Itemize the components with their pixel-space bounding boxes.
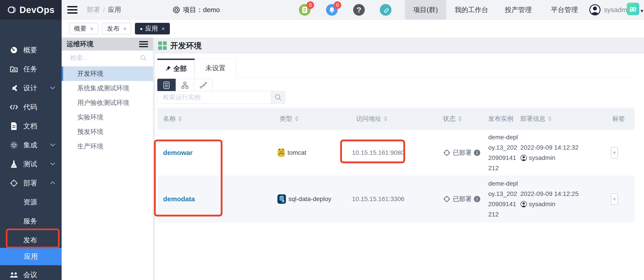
sidebar-item-test[interactable]: 测试 xyxy=(0,158,62,170)
sidebar-item-release[interactable]: 发布 xyxy=(0,234,62,246)
panel-collapse-icon[interactable] xyxy=(139,40,148,48)
sidebar-item-services[interactable]: 服务 xyxy=(0,215,62,227)
design-icon xyxy=(10,84,18,93)
graph-view-button[interactable] xyxy=(194,79,212,92)
sidebar-item-application[interactable]: 应用 xyxy=(0,248,62,265)
breadcrumb-current[interactable]: 应用 xyxy=(108,5,121,14)
chevron-down-icon xyxy=(50,86,56,90)
topnav-workbench[interactable]: 我的工作台 xyxy=(453,0,490,20)
sidebar-item-overview[interactable]: 概要 xyxy=(0,44,62,56)
env-item-lab[interactable]: 实验环境 xyxy=(62,110,153,125)
info-icon[interactable]: i xyxy=(474,150,480,156)
app-logo[interactable]: DevOps xyxy=(0,0,62,20)
graph-view-icon xyxy=(200,82,207,89)
tab-overview[interactable]: 概要 × xyxy=(69,23,98,34)
environment-search-input[interactable] xyxy=(62,51,153,65)
close-icon[interactable]: × xyxy=(123,25,126,32)
topnav-production[interactable]: 投产管理 xyxy=(503,0,533,20)
tab-unset[interactable]: 未设置 xyxy=(195,59,236,77)
sort-icon[interactable] xyxy=(178,116,182,122)
user-menu[interactable]: sysadmin æ ▼ xyxy=(589,0,632,20)
col-deploy-info[interactable]: 部署信息 xyxy=(520,115,596,123)
list-view-button[interactable] xyxy=(157,79,176,92)
col-label: 访问地址 xyxy=(356,115,381,123)
flask-icon xyxy=(10,160,18,169)
menu-toggle-icon[interactable] xyxy=(67,4,78,15)
tree-view-icon xyxy=(181,82,189,89)
sort-icon[interactable] xyxy=(384,116,388,122)
sidebar-item-design[interactable]: 设计 xyxy=(0,82,62,94)
release-instance[interactable]: deme-depl oy.13_202 20909141 212 xyxy=(488,178,520,220)
info-icon[interactable]: i xyxy=(474,196,480,202)
env-item-uat[interactable]: 用户验收测试环境 xyxy=(62,96,153,110)
help-button[interactable]: ? xyxy=(353,4,365,16)
topnav-projects[interactable]: 项目(群) xyxy=(405,0,446,20)
project-eye-icon xyxy=(172,6,180,14)
env-item-label: 系统集成测试环境 xyxy=(77,84,129,93)
release-instance[interactable]: deme-depl oy.13_202 20909141 212 xyxy=(488,132,520,173)
sidebar-item-label: 资源 xyxy=(23,197,37,207)
tab-all[interactable]: 全部 xyxy=(157,59,195,77)
notifications-button[interactable]: 0 xyxy=(326,4,338,16)
col-status[interactable]: 状态 xyxy=(443,115,488,123)
logo-text: DevOps xyxy=(20,5,55,15)
close-icon[interactable]: × xyxy=(161,25,165,32)
sidebar-item-resources[interactable]: 资源 xyxy=(0,196,62,208)
sidebar-item-label: 应用 xyxy=(24,252,38,261)
col-type[interactable]: 类型 xyxy=(277,115,349,123)
document-icon xyxy=(302,6,308,13)
sidebar-item-code[interactable]: 代码 xyxy=(0,101,62,113)
col-address[interactable]: 访问地址 xyxy=(349,115,443,123)
environment-search xyxy=(62,51,153,66)
avatar xyxy=(589,4,601,16)
topnav-platform[interactable]: 平台管理 xyxy=(550,0,580,20)
chevron-down-icon xyxy=(50,162,56,166)
table-row: demowar tomcat 10.15.15.161:9080 已部署 i d… xyxy=(157,130,634,176)
sidebar-item-label: 服务 xyxy=(23,216,37,226)
topbar: DevOps 部署 / 应用 项目：demo 0 0 ? 项目(群) 我的工作台… xyxy=(0,0,644,20)
sidebar-item-label: 代码 xyxy=(23,102,37,112)
breadcrumb-section[interactable]: 部署 xyxy=(87,5,100,14)
sidebar-item-label: 任务 xyxy=(23,64,37,74)
sidebar-item-integration[interactable]: 集成 xyxy=(0,139,62,151)
project-selector[interactable]: 项目：demo xyxy=(172,0,220,20)
tab-application[interactable]: ● 应用 × xyxy=(135,23,170,34)
extension-badge[interactable]: æ xyxy=(627,3,639,15)
env-item-sit[interactable]: 系统集成测试环境 xyxy=(62,81,153,96)
tasks-folder-icon xyxy=(10,65,18,74)
release-notes-button[interactable]: 0 xyxy=(299,4,310,16)
sidebar-item-tasks[interactable]: 任务 xyxy=(0,63,62,75)
tab-overview-label: 概要 xyxy=(74,24,86,33)
sort-icon[interactable] xyxy=(458,116,462,122)
grid-icon xyxy=(158,41,167,50)
sidebar-item-docs[interactable]: 文档 xyxy=(0,120,62,132)
col-label: 标签 xyxy=(612,115,625,123)
environment-panel: 运维环境 开发环境 系统集成测试环境 用户验收测试环境 实验环境 预发环境 生产… xyxy=(62,38,153,280)
col-label: 发布实例 xyxy=(488,115,513,123)
env-item-dev[interactable]: 开发环境 xyxy=(62,66,153,81)
tab-release-label: 发布 xyxy=(107,24,120,33)
instance-name-link[interactable]: demodata xyxy=(163,195,195,203)
add-tag-button[interactable]: + xyxy=(611,147,618,158)
pin-icon xyxy=(165,66,171,72)
sidebar-item-meetings[interactable]: 会议 xyxy=(0,269,62,280)
add-tag-button[interactable]: + xyxy=(611,193,618,205)
sidebar-item-label: 文档 xyxy=(23,122,37,131)
sort-icon[interactable] xyxy=(295,116,298,122)
sidebar-item-deploy[interactable]: 部署 xyxy=(0,177,62,189)
instance-search-input[interactable] xyxy=(157,91,271,104)
sort-icon[interactable] xyxy=(548,116,552,122)
env-item-label: 用户验收测试环境 xyxy=(77,98,129,107)
document-icon xyxy=(10,122,18,131)
sql-database-icon xyxy=(277,194,286,204)
tree-view-button[interactable] xyxy=(176,79,194,92)
instance-search-button[interactable] xyxy=(271,91,285,104)
env-item-prod[interactable]: 生产环境 xyxy=(62,139,153,154)
instance-name-link[interactable]: demowar xyxy=(163,149,193,156)
share-link-button[interactable] xyxy=(380,4,392,16)
col-release-instance: 发布实例 xyxy=(488,115,520,123)
col-name[interactable]: 名称 xyxy=(157,115,277,123)
close-icon[interactable]: × xyxy=(90,25,94,32)
env-item-staging[interactable]: 预发环境 xyxy=(62,125,153,139)
tab-release[interactable]: 发布 × xyxy=(102,23,131,34)
